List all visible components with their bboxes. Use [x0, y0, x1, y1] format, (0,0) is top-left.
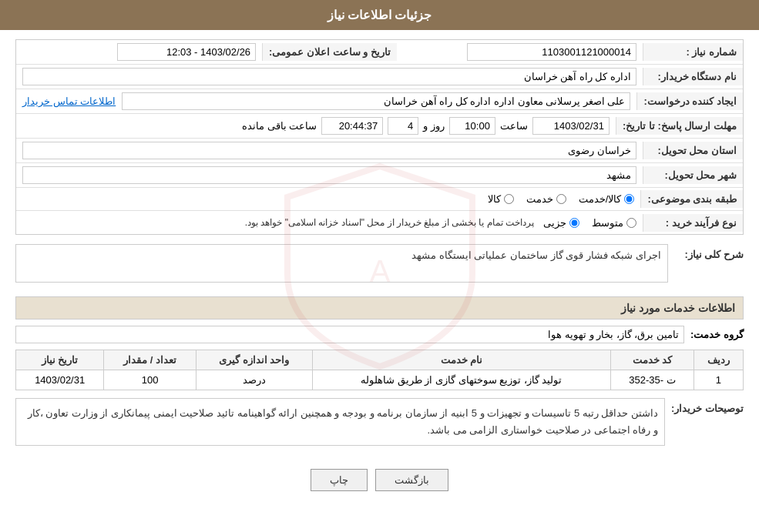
- need-number-value: [397, 40, 643, 64]
- need-number-label: شماره نیاز :: [643, 43, 743, 61]
- deadline-time-label: ساعت: [500, 120, 528, 132]
- narration-label: شرح کلی نیاز:: [674, 244, 744, 260]
- content-area: شماره نیاز : تاریخ و ساعت اعلان عمومی: ن…: [0, 30, 759, 512]
- purchase-type-value: متوسط جزیی پرداخت تمام یا بخشی از مبلغ خ…: [16, 214, 643, 232]
- announce-date-label: تاریخ و ساعت اعلان عمومی:: [262, 43, 397, 61]
- services-section-title: اطلاعات خدمات مورد نیاز: [15, 296, 744, 320]
- category-kala-khedmat-option[interactable]: کالا/خدمت: [579, 193, 635, 205]
- back-button[interactable]: بازگشت: [375, 469, 448, 491]
- col-quantity: تعداد / مقدار: [104, 350, 196, 370]
- print-button[interactable]: چاپ: [311, 469, 368, 491]
- category-kala-khedmat-radio[interactable]: [624, 194, 634, 204]
- col-service-code: کد خدمت: [611, 350, 694, 370]
- announce-date-value: [16, 40, 262, 64]
- table-row: 1 ت -35-352 تولید گاز، توزیع سوختهای گاز…: [16, 370, 744, 390]
- province-label: استان محل تحویل:: [643, 142, 743, 159]
- purchase-motaset-radio[interactable]: [626, 218, 636, 228]
- col-date: تاریخ نیاز: [16, 350, 104, 370]
- main-info-section: شماره نیاز : تاریخ و ساعت اعلان عمومی: ن…: [15, 39, 744, 235]
- col-service-name: نام خدمت: [312, 350, 611, 370]
- services-table: ردیف کد خدمت نام خدمت واحد اندازه گیری ت…: [15, 350, 744, 390]
- category-khedmat-option[interactable]: خدمت: [526, 193, 566, 205]
- buyer-org-input[interactable]: [22, 68, 636, 85]
- deadline-remaining-label: ساعت باقی مانده: [242, 120, 317, 132]
- page-wrapper: A جزئیات اطلاعات نیاز شماره نیاز : تاریخ…: [0, 0, 759, 532]
- services-table-header-row: ردیف کد خدمت نام خدمت واحد اندازه گیری ت…: [16, 350, 744, 370]
- cell-service-code: ت -35-352: [611, 370, 694, 390]
- col-unit: واحد اندازه گیری: [196, 350, 312, 370]
- deadline-days-input[interactable]: [388, 117, 418, 135]
- purchase-motaset-option[interactable]: متوسط: [592, 217, 636, 229]
- service-group-input[interactable]: [15, 326, 684, 343]
- category-value: کالا/خدمت خدمت کالا: [16, 190, 640, 208]
- category-khedmat-label: خدمت: [526, 193, 553, 205]
- buyer-org-value: [16, 65, 643, 89]
- page-header: جزئیات اطلاعات نیاز: [0, 0, 759, 30]
- narration-content: اجرای شبکه فشار قوی گاز ساختمان عملیاتی …: [15, 244, 668, 283]
- province-row: استان محل تحویل:: [16, 139, 743, 163]
- buyer-notes-wrapper: توصیحات خریدار: داشتن حداقل رتبه 5 تاسیس…: [15, 398, 744, 453]
- col-rownum: ردیف: [694, 350, 743, 370]
- purchase-jozei-option[interactable]: جزیی: [543, 217, 579, 229]
- deadline-date-input[interactable]: [532, 117, 610, 135]
- category-khedmat-radio[interactable]: [556, 194, 566, 204]
- deadline-days-label: روز و: [423, 120, 445, 132]
- creator-row: ایجاد کننده درخواست: اطلاعات تماس خریدار: [16, 89, 743, 114]
- service-group-row: گروه خدمت:: [15, 326, 744, 343]
- purchase-jozei-radio[interactable]: [569, 218, 579, 228]
- announce-date-input[interactable]: [117, 43, 256, 61]
- contact-link[interactable]: اطلاعات تماس خریدار: [22, 95, 116, 107]
- creator-label: ایجاد کننده درخواست:: [636, 92, 743, 110]
- purchase-motaset-label: متوسط: [592, 217, 623, 229]
- city-value: [16, 163, 643, 187]
- deadline-time-input[interactable]: [449, 117, 495, 135]
- purchase-type-row: نوع فرآیند خرید : متوسط جزیی: [16, 211, 743, 234]
- deadline-value-cell: ساعت روز و ساعت باقی مانده: [16, 114, 616, 138]
- city-row: شهر محل تحویل:: [16, 163, 743, 188]
- need-number-row: شماره نیاز : تاریخ و ساعت اعلان عمومی:: [16, 40, 743, 65]
- province-input[interactable]: [22, 142, 636, 159]
- narration-section: شرح کلی نیاز: اجرای شبکه فشار قوی گاز سا…: [15, 244, 744, 290]
- service-group-label: گروه خدمت:: [690, 329, 744, 340]
- category-row: طبقه بندی موضوعی: کالا/خدمت خدمت: [16, 188, 743, 211]
- buyer-notes-content: داشتن حداقل رتبه 5 تاسیسات و تجهیزات و 5…: [15, 398, 665, 446]
- deadline-label: مهلت ارسال پاسخ: تا تاریخ:: [616, 117, 743, 135]
- buyer-org-row: نام دستگاه خریدار:: [16, 65, 743, 89]
- cell-service-name: تولید گاز، توزیع سوختهای گازی از طریق شا…: [312, 370, 611, 390]
- purchase-jozei-label: جزیی: [543, 217, 566, 229]
- buyer-notes-label: توصیحات خریدار:: [671, 398, 744, 414]
- category-kala-option[interactable]: کالا: [488, 193, 514, 205]
- cell-date: 1403/02/31: [16, 370, 104, 390]
- province-value: [16, 139, 643, 162]
- category-kala-label: کالا: [488, 193, 501, 205]
- category-kala-radio[interactable]: [504, 194, 514, 204]
- purchase-type-label: نوع فرآیند خرید :: [643, 214, 743, 232]
- city-input[interactable]: [22, 166, 636, 184]
- cell-quantity: 100: [104, 370, 196, 390]
- need-number-input[interactable]: [467, 43, 636, 61]
- creator-value-cell: اطلاعات تماس خریدار: [16, 89, 636, 113]
- deadline-remaining-input[interactable]: [321, 117, 383, 135]
- cell-rownum: 1: [694, 370, 743, 390]
- deadline-row: مهلت ارسال پاسخ: تا تاریخ: ساعت روز و سا…: [16, 114, 743, 139]
- cell-unit: درصد: [196, 370, 312, 390]
- creator-input[interactable]: [122, 92, 630, 110]
- header-title: جزئیات اطلاعات نیاز: [327, 8, 432, 22]
- category-label: طبقه بندی موضوعی:: [640, 190, 743, 208]
- buttons-row: بازگشت چاپ: [15, 461, 744, 503]
- city-label: شهر محل تحویل:: [643, 166, 743, 184]
- purchase-desc: پرداخت تمام یا بخشی از مبلغ خریدار از مح…: [245, 217, 534, 228]
- buyer-org-label: نام دستگاه خریدار:: [643, 68, 743, 85]
- category-kala-khedmat-label: کالا/خدمت: [579, 193, 622, 205]
